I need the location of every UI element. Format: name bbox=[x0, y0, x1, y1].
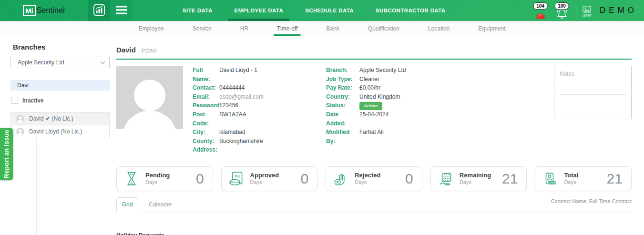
bell-notifications[interactable]: 100 bbox=[554, 2, 570, 20]
inactive-checkbox[interactable] bbox=[11, 97, 18, 104]
date-added-value: 25-04-2024 bbox=[359, 110, 388, 128]
tab-grid-view[interactable]: Grid bbox=[116, 197, 138, 212]
tab-qualification[interactable]: Qualification bbox=[365, 21, 403, 36]
field-label: Job Type: bbox=[326, 75, 359, 84]
field-label: City: bbox=[193, 128, 219, 137]
status-badge: Active bbox=[359, 102, 382, 110]
stat-card-approved: APPROVED Approved Days 0 bbox=[221, 166, 318, 191]
employee-list-item[interactable]: David ✔ (No Lic.) bbox=[11, 112, 109, 125]
email-value: asdp@gmail.com bbox=[219, 92, 264, 102]
tab-hr[interactable]: HR bbox=[237, 21, 252, 36]
employee-name: David ✔ (No Lic.) bbox=[29, 115, 73, 122]
employee-code: P2260 bbox=[142, 48, 157, 53]
stat-card-total: LEAVE Total Days 21 bbox=[535, 166, 632, 191]
details-column-right: Branch:Apple Security Ltd Job Type:Clean… bbox=[326, 66, 474, 154]
alarm-count-badge: 104 bbox=[533, 2, 548, 10]
tab-time-off[interactable]: Time-off bbox=[274, 21, 301, 36]
stat-sublabel: Days bbox=[564, 179, 578, 185]
stat-sublabel: Days bbox=[460, 179, 491, 185]
person-avatar-icon bbox=[16, 128, 24, 136]
logo-mi-mark: Mi bbox=[23, 5, 36, 16]
tab-employee[interactable]: Employee bbox=[135, 21, 167, 36]
alarm-notifications[interactable]: 104 bbox=[533, 2, 548, 20]
field-label: Country: bbox=[326, 92, 359, 102]
field-label: Email: bbox=[193, 92, 219, 102]
demo-environment-label: DEMO bbox=[600, 6, 637, 15]
menu-item-schedule-data[interactable]: SCHEDULE DATA bbox=[299, 0, 360, 21]
inactive-checkbox-label: Inactive bbox=[22, 97, 44, 104]
stat-label: Remaining bbox=[460, 172, 491, 179]
field-label: County: bbox=[193, 137, 219, 146]
logo-text: Sentinel bbox=[37, 6, 65, 15]
employee-header: David P2260 bbox=[116, 42, 632, 60]
user-avatar[interactable]: user bbox=[583, 6, 592, 18]
bell-icon bbox=[555, 8, 569, 20]
menu-item-subcontractor-data[interactable]: SUBCONTRACTOR DATA bbox=[369, 0, 451, 21]
holiday-requests-heading: Holiday Requests bbox=[116, 232, 632, 235]
employee-list-item[interactable]: David Lloyd (No Lic.) bbox=[11, 125, 109, 138]
employee-section-tabs: Employee Service HR Time-off Bank Qualif… bbox=[0, 21, 644, 36]
stat-card-pending: Pending Days 0 bbox=[116, 166, 213, 191]
employee-list: David ✔ (No Lic.) David Lloyd (No Lic.) bbox=[10, 112, 110, 138]
siren-icon bbox=[534, 9, 547, 20]
menu-item-site-data[interactable]: SITE DATA bbox=[176, 0, 219, 21]
branch-value: Apple Security Ltd bbox=[359, 66, 406, 75]
menu-item-employee-data[interactable]: EMPLOYEE DATA bbox=[228, 0, 290, 21]
notes-input[interactable]: Notes bbox=[554, 66, 632, 119]
svg-text:APPROVED: APPROVED bbox=[229, 181, 241, 184]
employee-search-input[interactable] bbox=[10, 80, 110, 91]
field-label: Date Added: bbox=[326, 110, 359, 128]
city-value: islamabad bbox=[219, 128, 245, 137]
branches-sidebar: Branches Apple Security Ltd Inactive bbox=[0, 36, 116, 235]
notes-underline bbox=[560, 94, 626, 95]
tab-equipment[interactable]: Equipment bbox=[475, 21, 509, 36]
county-value: Buckinghamshire bbox=[219, 137, 263, 146]
app-logo[interactable]: Mi Sentinel bbox=[0, 0, 88, 21]
full-name-value: David Lioyd - 1 bbox=[219, 66, 257, 83]
dashboard-button[interactable] bbox=[88, 0, 110, 21]
rejected-hand-icon bbox=[332, 170, 349, 187]
person-avatar-icon bbox=[16, 115, 24, 123]
stat-card-remaining: Remaining Days 21 bbox=[430, 166, 527, 191]
contract-name-note: Contract Name: Full Time Contract bbox=[551, 198, 632, 204]
menu-toggle-button[interactable] bbox=[110, 0, 133, 21]
page-content: Branches Apple Security Ltd Inactive bbox=[0, 36, 644, 235]
stat-value-total: 21 bbox=[607, 171, 623, 187]
field-label: Full Name: bbox=[193, 66, 219, 83]
tab-service[interactable]: Service bbox=[189, 21, 215, 36]
employee-name: David Lloyd (No Lic.) bbox=[29, 128, 82, 135]
branch-select[interactable]: Apple Security Ltd bbox=[10, 57, 110, 68]
field-label: Password: bbox=[193, 101, 219, 110]
stat-value-pending: 0 bbox=[196, 171, 204, 187]
report-an-issue-label: Report an Issue bbox=[3, 130, 10, 178]
tab-bank[interactable]: Bank bbox=[323, 21, 342, 36]
navbar-right-cluster: 104 100 bbox=[533, 0, 644, 21]
field-label: Pay Rate: bbox=[326, 83, 359, 92]
report-an-issue-button[interactable]: Report an Issue bbox=[0, 128, 13, 180]
branches-heading: Branches bbox=[13, 43, 110, 51]
misentinel-app: Mi Sentinel bbox=[0, 0, 644, 235]
stat-sublabel: Days bbox=[250, 179, 279, 185]
job-type-value: Cleaner bbox=[359, 75, 379, 84]
password-value: 123456 bbox=[219, 101, 238, 110]
stat-label: Rejected bbox=[355, 172, 380, 179]
top-navbar: Mi Sentinel bbox=[0, 0, 644, 21]
chevron-down-icon bbox=[100, 61, 105, 64]
field-label: Post Code: bbox=[193, 110, 219, 128]
tab-location[interactable]: Location bbox=[425, 21, 453, 36]
view-switcher: Grid Calender Contract Name: Full Time C… bbox=[116, 197, 632, 212]
employee-detail-panel: David P2260 Full Name:David Lioyd - 1 Co… bbox=[116, 36, 644, 235]
bar-chart-icon bbox=[93, 4, 105, 18]
profile-section: Full Name:David Lioyd - 1 Contact:044444… bbox=[116, 66, 632, 154]
approved-stamp-icon: APPROVED bbox=[228, 170, 245, 187]
user-alt-text: user bbox=[583, 13, 592, 18]
modified-by-value: Farhat Ali bbox=[359, 128, 384, 145]
tab-calendar-view[interactable]: Calender bbox=[145, 197, 176, 212]
profile-photo-placeholder bbox=[116, 66, 183, 129]
leave-stats-row: Pending Days 0 APPROVED Approved Days bbox=[116, 166, 632, 191]
leave-card-icon: LEAVE bbox=[542, 170, 559, 187]
stat-card-rejected: Rejected Days 0 bbox=[326, 166, 422, 191]
branch-select-value: Apple Security Ltd bbox=[18, 59, 64, 66]
stat-label: Pending bbox=[145, 172, 170, 179]
details-column-left: Full Name:David Lioyd - 1 Contact:044444… bbox=[193, 66, 326, 154]
